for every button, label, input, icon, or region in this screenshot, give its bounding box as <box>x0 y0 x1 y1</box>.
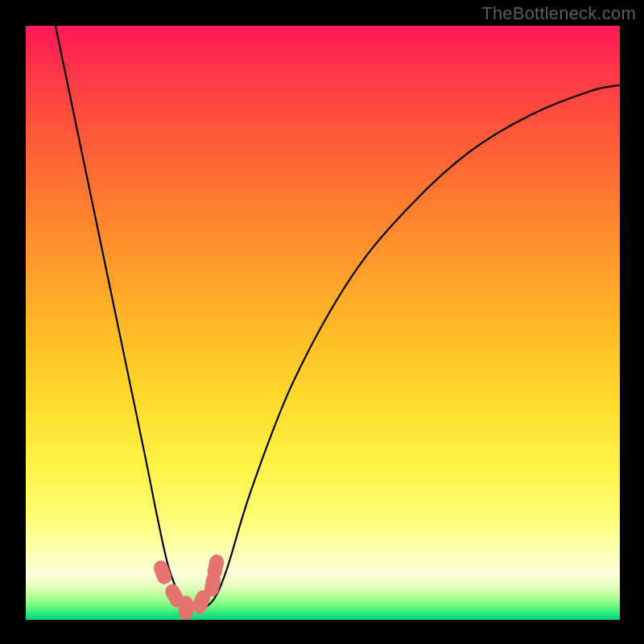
curve-marker <box>179 596 193 620</box>
chart-container: TheBottleneck.com <box>0 0 644 644</box>
curve-svg <box>26 26 620 620</box>
bottleneck-curve <box>56 26 620 609</box>
attribution-text: TheBottleneck.com <box>481 3 636 24</box>
plot-area <box>26 26 620 620</box>
